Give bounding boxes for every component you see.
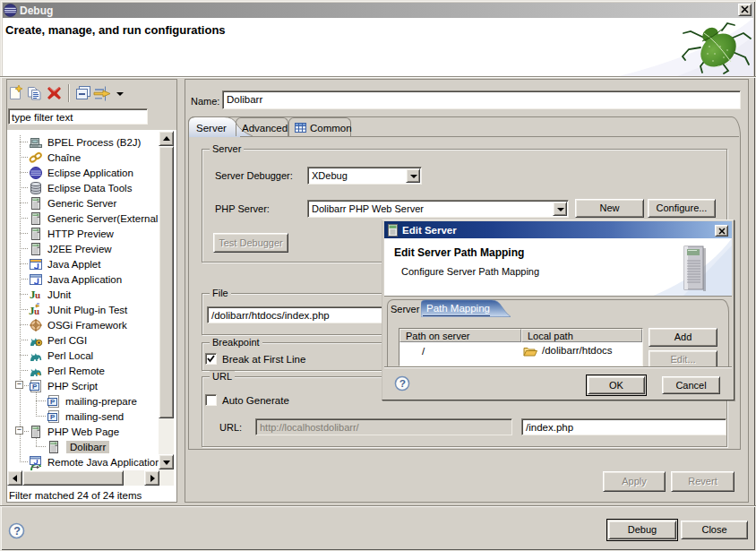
svg-text:?: ? — [399, 377, 406, 390]
svg-text:P: P — [50, 413, 56, 421]
svg-text:u: u — [35, 289, 40, 300]
svg-text:P: P — [50, 398, 56, 406]
svg-text:P: P — [32, 383, 38, 391]
svg-text:?: ? — [13, 525, 21, 538]
